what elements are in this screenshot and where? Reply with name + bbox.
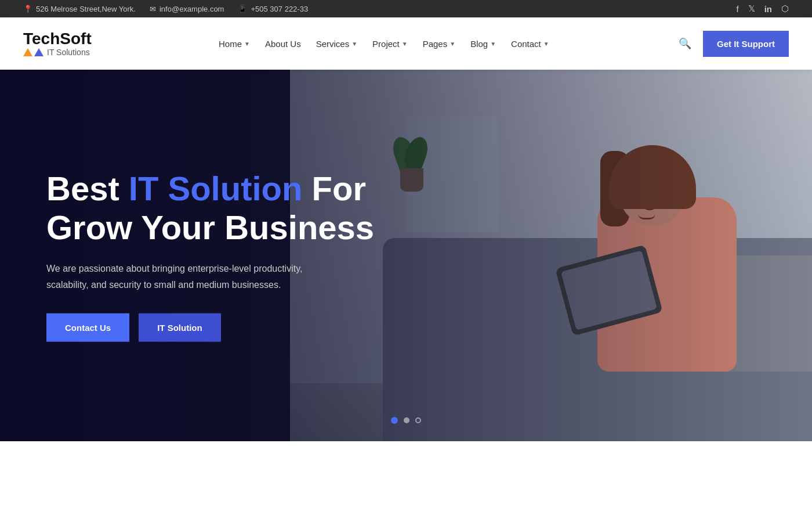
search-button[interactable]: 🔍 — [676, 35, 694, 52]
nav-contact[interactable]: Contact ▼ — [504, 17, 556, 70]
nav-services-label: Services — [316, 39, 350, 49]
nav-project-chevron: ▼ — [402, 41, 408, 47]
address-text: 526 Melrose Street,New York. — [36, 5, 136, 13]
hero-headline-accent: IT Solution — [129, 170, 303, 207]
hero-headline: Best IT Solution For Grow Your Business — [46, 170, 374, 247]
hero-cta-buttons: Contact Us IT Solution — [46, 313, 374, 341]
phone-item: 📱 +505 307 222-33 — [238, 5, 308, 13]
top-bar: 📍 526 Melrose Street,New York. ✉ info@ex… — [0, 0, 812, 17]
nav-contact-label: Contact — [511, 39, 541, 49]
social-links: f 𝕏 in ⬡ — [736, 3, 789, 14]
slider-dot-1[interactable] — [391, 417, 398, 424]
nav-blog-label: Blog — [470, 39, 488, 49]
nav-project[interactable]: Project ▼ — [365, 17, 415, 70]
hero-section: Best IT Solution For Grow Your Business … — [0, 70, 812, 441]
it-solution-button[interactable]: IT Solution — [139, 313, 220, 341]
twitter-icon[interactable]: 𝕏 — [748, 3, 755, 14]
nav-home[interactable]: Home ▼ — [212, 17, 257, 70]
header: TechSoft IT Solutions Home ▼ About Us Se… — [0, 17, 812, 70]
main-nav: Home ▼ About Us Services ▼ Project ▼ Pag… — [212, 17, 556, 70]
instagram-icon[interactable]: ⬡ — [781, 3, 789, 14]
hero-headline-suffix: For — [302, 170, 366, 207]
nav-pages-label: Pages — [423, 39, 448, 49]
phone-icon: 📱 — [238, 5, 247, 13]
nav-blog-chevron: ▼ — [490, 41, 496, 47]
nav-about-label: About Us — [265, 39, 301, 49]
logo-subtitle: IT Solutions — [23, 48, 92, 57]
logo-sub-text: IT Solutions — [47, 48, 90, 57]
logo[interactable]: TechSoft IT Solutions — [23, 30, 92, 57]
hero-description: We are passionate about bringing enterpr… — [46, 261, 313, 292]
top-bar-info: 📍 526 Melrose Street,New York. ✉ info@ex… — [23, 5, 308, 13]
nav-home-label: Home — [219, 39, 242, 49]
nav-about[interactable]: About Us — [258, 17, 308, 70]
slider-dot-3[interactable] — [415, 417, 421, 423]
hero-content: Best IT Solution For Grow Your Business … — [46, 170, 374, 342]
slider-dot-2[interactable] — [404, 417, 409, 423]
slider-dots — [391, 417, 421, 424]
logo-name: TechSoft — [23, 30, 92, 48]
nav-services[interactable]: Services ▼ — [309, 17, 364, 70]
hero-headline-prefix: Best — [46, 170, 129, 207]
phone-text: +505 307 222-33 — [251, 5, 308, 13]
nav-services-chevron: ▼ — [351, 41, 357, 47]
triangle-blue-icon — [34, 48, 44, 56]
nav-project-label: Project — [372, 39, 400, 49]
nav-pages[interactable]: Pages ▼ — [416, 17, 462, 70]
address-item: 📍 526 Melrose Street,New York. — [23, 5, 136, 13]
email-item: ✉ info@example.com — [150, 5, 224, 13]
location-icon: 📍 — [23, 5, 32, 13]
nav-home-chevron: ▼ — [244, 41, 250, 47]
logo-icon — [23, 48, 44, 56]
email-icon: ✉ — [150, 5, 156, 13]
get-support-button[interactable]: Get It Support — [703, 31, 789, 57]
email-text: info@example.com — [160, 5, 224, 13]
contact-us-button[interactable]: Contact Us — [46, 313, 129, 341]
nav-contact-chevron: ▼ — [543, 41, 549, 47]
facebook-icon[interactable]: f — [736, 4, 738, 14]
header-actions: 🔍 Get It Support — [676, 31, 789, 57]
nav-blog[interactable]: Blog ▼ — [463, 17, 503, 70]
hero-headline-line2: Grow Your Business — [46, 208, 374, 246]
nav-pages-chevron: ▼ — [449, 41, 455, 47]
triangle-orange-icon — [23, 48, 32, 56]
linkedin-icon[interactable]: in — [764, 4, 772, 14]
